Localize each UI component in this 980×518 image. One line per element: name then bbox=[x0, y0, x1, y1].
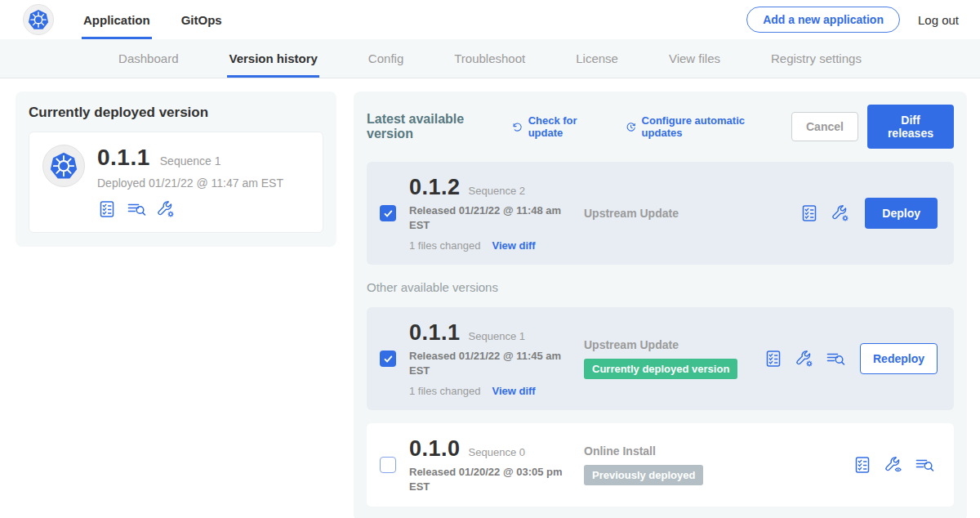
refresh-icon bbox=[511, 120, 523, 134]
files-changed-row: 1 files changed View diff bbox=[409, 239, 582, 252]
view-config-icon[interactable] bbox=[884, 455, 903, 475]
deploy-logs-icon[interactable] bbox=[127, 199, 146, 219]
subnav-license[interactable]: License bbox=[574, 39, 620, 78]
version-number: 0.1.0 bbox=[409, 436, 461, 462]
version-row: 0.1.0 Sequence 0 Released 01/20/22 @ 03:… bbox=[367, 423, 954, 507]
diff-releases-button[interactable]: Diff releases bbox=[867, 105, 954, 149]
check-icon bbox=[383, 354, 394, 364]
preflight-checks-icon[interactable] bbox=[764, 349, 783, 368]
subnav-dashboard[interactable]: Dashboard bbox=[117, 39, 180, 78]
add-application-button[interactable]: Add a new application bbox=[746, 7, 900, 33]
subnav-config[interactable]: Config bbox=[367, 39, 405, 78]
deployed-version-number: 0.1.1 bbox=[97, 145, 150, 171]
version-actions bbox=[853, 455, 934, 475]
version-number: 0.1.1 bbox=[409, 320, 461, 346]
sequence-label: Sequence 1 bbox=[469, 330, 525, 342]
subnav-version-history[interactable]: Version history bbox=[227, 39, 318, 78]
preflight-checks-icon[interactable] bbox=[800, 203, 819, 223]
deployed-actions bbox=[97, 199, 283, 219]
deployed-version-info: 0.1.1 Sequence 1 Deployed 01/21/22 @ 11:… bbox=[97, 145, 283, 219]
configure-updates-label: Configure automatic updates bbox=[642, 114, 772, 139]
released-timestamp: Released 01/21/22 @ 11:45 am EST bbox=[409, 349, 564, 377]
currently-deployed-panel: Currently deployed version 0.1.1 Sequenc… bbox=[16, 92, 336, 247]
released-timestamp: Released 01/20/22 @ 03:05 pm EST bbox=[409, 465, 564, 493]
version-actions bbox=[764, 349, 845, 368]
deploy-button[interactable]: Deploy bbox=[865, 198, 938, 229]
released-timestamp: Released 01/21/22 @ 11:48 am EST bbox=[409, 203, 564, 232]
redeploy-button[interactable]: Redeploy bbox=[860, 343, 938, 374]
view-diff-link[interactable]: View diff bbox=[492, 239, 535, 252]
source-label: Upstream Update bbox=[584, 207, 800, 220]
source-label: Upstream Update bbox=[584, 338, 764, 351]
kubernetes-icon bbox=[47, 150, 80, 182]
tab-gitops[interactable]: GitOps bbox=[180, 0, 224, 39]
logout-link[interactable]: Log out bbox=[918, 13, 959, 27]
files-changed-label: 1 files changed bbox=[409, 385, 480, 397]
version-row: 0.1.1 Sequence 1 Released 01/21/22 @ 11:… bbox=[367, 307, 954, 410]
subnav-troubleshoot[interactable]: Troubleshoot bbox=[452, 39, 527, 78]
view-diff-link[interactable]: View diff bbox=[492, 385, 535, 397]
subnav-view-files[interactable]: View files bbox=[667, 39, 722, 78]
kubernetes-icon bbox=[26, 7, 51, 32]
app-icon bbox=[42, 145, 85, 187]
version-actions bbox=[800, 203, 850, 223]
kubernetes-logo bbox=[23, 4, 54, 35]
version-checkbox[interactable] bbox=[380, 351, 396, 367]
available-panel-title: Latest available version bbox=[367, 112, 498, 141]
top-header: Application GitOps Add a new application… bbox=[0, 0, 980, 39]
version-info: 0.1.1 Sequence 1 Released 01/21/22 @ 11:… bbox=[409, 320, 582, 397]
deployed-timestamp: Deployed 01/21/22 @ 11:47 am EST bbox=[97, 176, 283, 190]
clock-refresh-icon bbox=[625, 120, 637, 134]
preflight-checks-icon[interactable] bbox=[97, 199, 117, 219]
sequence-label: Sequence 0 bbox=[469, 446, 525, 458]
app-subnav: Dashboard Version history Config Trouble… bbox=[0, 39, 980, 78]
files-changed-label: 1 files changed bbox=[409, 239, 480, 252]
status-badge: Currently deployed version bbox=[584, 359, 737, 379]
preflight-checks-icon[interactable] bbox=[853, 455, 872, 475]
other-versions-title: Other available versions bbox=[367, 280, 954, 294]
deploy-logs-icon[interactable] bbox=[826, 349, 845, 368]
deploy-logs-icon[interactable] bbox=[915, 455, 934, 475]
check-for-update-link[interactable]: Check for update bbox=[511, 114, 605, 139]
deployed-panel-title: Currently deployed version bbox=[29, 105, 323, 121]
version-source: Upstream Update bbox=[582, 207, 800, 220]
version-info: 0.1.2 Sequence 2 Released 01/21/22 @ 11:… bbox=[409, 175, 582, 252]
version-source: Upstream Update Currently deployed versi… bbox=[582, 338, 764, 379]
deployed-sequence-label: Sequence 1 bbox=[160, 154, 221, 167]
check-icon bbox=[383, 208, 394, 219]
version-row: 0.1.2 Sequence 2 Released 01/21/22 @ 11:… bbox=[367, 162, 954, 265]
source-label: Online Install bbox=[584, 444, 853, 458]
main-content: Currently deployed version 0.1.1 Sequenc… bbox=[0, 78, 980, 518]
version-number: 0.1.2 bbox=[409, 175, 461, 200]
version-source: Online Install Previously deployed bbox=[582, 444, 853, 485]
edit-config-icon[interactable] bbox=[831, 203, 850, 223]
cancel-button[interactable]: Cancel bbox=[791, 112, 858, 141]
edit-config-icon[interactable] bbox=[156, 199, 176, 219]
configure-automatic-updates-link[interactable]: Configure automatic updates bbox=[625, 114, 772, 139]
check-for-update-label: Check for update bbox=[528, 114, 605, 139]
version-checkbox[interactable] bbox=[380, 205, 396, 221]
status-badge: Previously deployed bbox=[584, 465, 703, 485]
version-info: 0.1.0 Sequence 0 Released 01/20/22 @ 03:… bbox=[409, 436, 582, 493]
header-right: Add a new application Log out bbox=[746, 7, 959, 33]
edit-config-icon[interactable] bbox=[795, 349, 814, 368]
files-changed-row: 1 files changed View diff bbox=[409, 385, 582, 397]
available-header: Latest available version Check for updat… bbox=[367, 105, 954, 149]
subnav-registry-settings[interactable]: Registry settings bbox=[769, 39, 863, 78]
tab-application[interactable]: Application bbox=[82, 0, 152, 39]
version-checkbox[interactable] bbox=[380, 457, 396, 473]
available-versions-panel: Latest available version Check for updat… bbox=[354, 92, 967, 518]
sequence-label: Sequence 2 bbox=[469, 185, 525, 197]
deployed-version-card: 0.1.1 Sequence 1 Deployed 01/21/22 @ 11:… bbox=[29, 132, 323, 233]
top-tabs: Application GitOps bbox=[82, 0, 252, 39]
